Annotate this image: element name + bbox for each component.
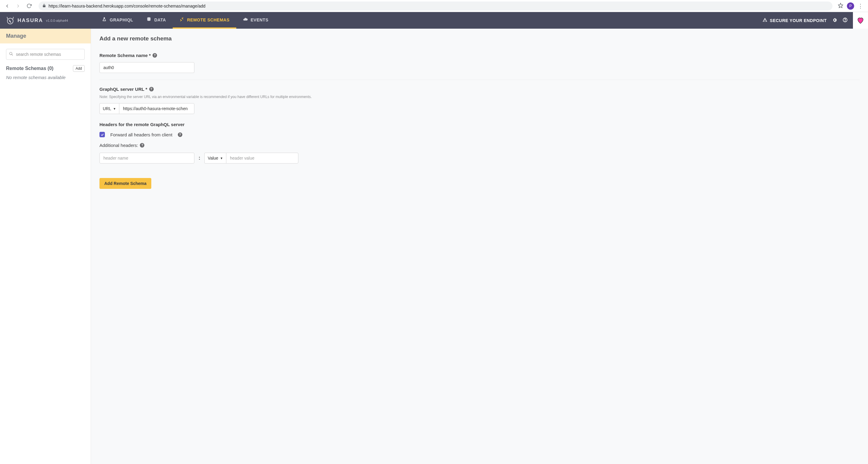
sidebar-add-button[interactable]: Add [73,65,85,72]
browser-chrome: https://learn-hasura-backend.herokuapp.c… [0,0,868,12]
svg-marker-0 [838,3,843,8]
help-tooltip-icon[interactable]: ? [149,87,154,91]
colon-separator: : [198,155,200,161]
tab-label: REMOTE SCHEMAS [187,18,230,22]
url-label: GraphQL server URL * [99,87,147,92]
browser-forward-button[interactable] [14,2,22,10]
sidebar-header: Manage [0,29,91,44]
settings-gear-icon[interactable] [832,18,837,24]
secure-endpoint-label: SECURE YOUR ENDPOINT [770,18,827,23]
help-icon[interactable] [843,18,847,23]
search-icon [9,52,13,57]
sidebar-empty-text: No remote schemas available [6,75,85,80]
additional-headers-label: Additional headers: [99,143,138,148]
database-icon [147,17,151,23]
flask-icon [102,17,107,23]
browser-reload-button[interactable] [25,2,33,10]
add-remote-schema-button[interactable]: Add Remote Schema [99,178,151,189]
svg-line-6 [12,54,13,56]
main-content: Add a new remote schema Remote Schema na… [91,29,868,464]
hasura-logo-icon [6,16,14,25]
remote-schema-name-input[interactable] [99,62,194,73]
header-value-input[interactable] [226,153,299,164]
brand: HASURA v1.0.0-alpha44 [0,16,90,25]
cloud-icon [243,17,248,23]
chevron-down-icon: ▼ [113,107,116,110]
help-tooltip-icon[interactable]: ? [153,53,157,58]
tab-remote-schemas[interactable]: REMOTE SCHEMAS [173,12,236,29]
header-value-type-label: Value [208,156,218,161]
tab-label: DATA [154,18,166,22]
svg-point-5 [10,52,12,55]
lock-icon [42,4,46,8]
name-label: Remote Schema name * [99,53,151,58]
browser-menu-icon[interactable]: ⋮ [858,3,863,9]
header-name-input[interactable] [99,153,194,164]
love-hasura-button[interactable] [853,12,868,29]
check-icon [101,133,104,136]
tab-label: GRAPHIQL [110,18,133,22]
sidebar: Manage Remote Schemas (0) Add No remote … [0,29,91,464]
tab-data[interactable]: DATA [140,12,173,29]
brand-version: v1.0.0-alpha44 [46,19,68,22]
graphql-server-url-input[interactable] [119,103,194,114]
app-topnav: HASURA v1.0.0-alpha44 GRAPHIQL DATA REMO… [0,12,868,29]
help-tooltip-icon[interactable]: ? [140,143,144,147]
chevron-down-icon: ▼ [220,156,223,160]
help-tooltip-icon[interactable]: ? [178,133,182,137]
page-title: Add a new remote schema [99,35,860,42]
browser-url: https://learn-hasura-backend.herokuapp.c… [49,4,206,8]
browser-back-button[interactable] [3,2,11,10]
divider [99,80,860,80]
warning-icon [763,18,767,23]
browser-profile-avatar[interactable]: P [847,2,854,10]
tab-events[interactable]: EVENTS [236,12,275,29]
search-remote-schemas-input[interactable] [6,49,85,60]
forward-headers-label: Forward all headers from client [110,132,173,137]
svg-point-4 [845,21,845,21]
heart-icon [857,17,864,24]
forward-headers-checkbox[interactable] [99,132,105,137]
url-note: Note: Specifying the server URL via an e… [99,95,860,99]
header-value-type-select[interactable]: Value ▼ [204,153,226,164]
tab-label: EVENTS [251,18,269,22]
brand-name: HASURA [18,18,43,24]
bookmark-star-icon[interactable] [838,3,843,9]
headers-label: Headers for the remote GraphQL server [99,122,184,127]
sidebar-list-title: Remote Schemas (0) [6,66,53,71]
browser-address-bar[interactable]: https://learn-hasura-backend.herokuapp.c… [38,1,832,10]
tab-graphiql[interactable]: GRAPHIQL [95,12,140,29]
plug-icon [179,17,184,23]
secure-endpoint-link[interactable]: SECURE YOUR ENDPOINT [763,18,827,23]
url-type-label: URL [103,106,111,111]
url-type-select[interactable]: URL ▼ [99,103,119,114]
